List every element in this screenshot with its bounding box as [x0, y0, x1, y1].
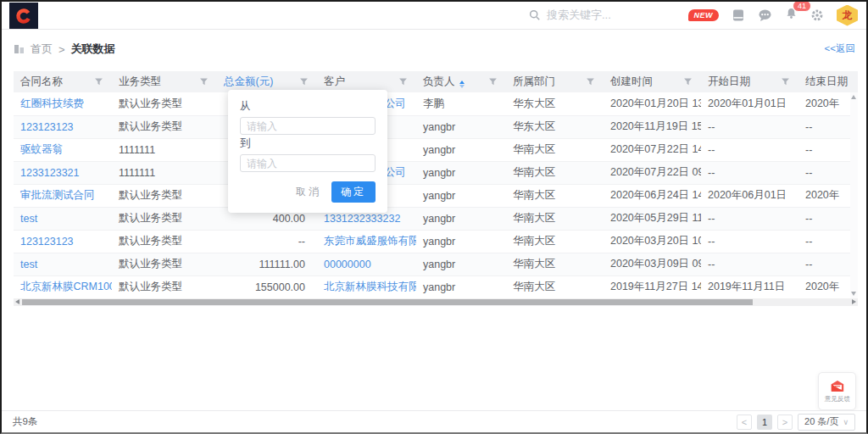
contract-name-link[interactable]: test: [14, 207, 112, 230]
next-page-button[interactable]: >: [777, 415, 793, 430]
business-type-cell: 默认业务类型: [112, 115, 217, 138]
column-header-7[interactable]: 创建时间: [604, 71, 701, 92]
department-cell: 华南大区: [506, 275, 604, 298]
contract-name-link[interactable]: 驱蚊器翁: [14, 138, 112, 161]
column-header-9[interactable]: 结束日期: [798, 71, 858, 92]
column-header-1[interactable]: 合同名称: [14, 71, 112, 92]
start-date-cell: --: [701, 253, 798, 275]
filter-icon[interactable]: [94, 77, 103, 89]
current-page[interactable]: 1: [757, 415, 772, 430]
column-header-6[interactable]: 所属部门: [506, 71, 604, 92]
filter-icon[interactable]: [683, 77, 693, 89]
column-header-8[interactable]: 开始日期: [701, 71, 798, 92]
breadcrumb-current: 关联数据: [71, 42, 115, 57]
owner-cell: yangbr: [416, 138, 506, 161]
app-window: 搜索关键字... NEW 41: [0, 0, 868, 434]
filter-icon[interactable]: [586, 77, 595, 89]
chat-icon[interactable]: [758, 8, 772, 22]
owner-cell: yangbr: [416, 184, 506, 207]
contract-name-link[interactable]: 1233123321: [14, 161, 112, 184]
scroll-up-icon[interactable]: [851, 95, 856, 99]
contract-name-link[interactable]: 红圈科技续费: [14, 92, 112, 115]
start-date-cell: --: [701, 161, 798, 184]
confirm-button[interactable]: 确定: [331, 181, 376, 203]
amount-cell: 111111.00: [217, 253, 317, 275]
from-label: 从: [240, 99, 376, 114]
contract-name-link[interactable]: 123123123: [14, 115, 112, 138]
customer-link[interactable]: 北京新林膜科技有限公司: [317, 275, 416, 298]
app-logo[interactable]: [9, 3, 38, 29]
start-date-cell: --: [701, 115, 798, 138]
feedback-button[interactable]: 意见反馈: [818, 372, 856, 410]
contract-name-link[interactable]: test: [14, 253, 112, 275]
column-header-2[interactable]: 业务类型: [112, 71, 217, 92]
new-badge[interactable]: NEW: [688, 9, 720, 21]
filter-icon[interactable]: [199, 77, 209, 89]
scroll-down-icon[interactable]: [851, 292, 856, 296]
filter-icon[interactable]: [299, 77, 309, 89]
end-date-cell: 2020年: [798, 92, 858, 115]
footer-bar: 共9条 < 1 > 20 条/页 ∨: [2, 410, 866, 432]
filter-icon[interactable]: [781, 77, 790, 89]
scrollbar-thumb[interactable]: [22, 299, 753, 305]
filter-icon[interactable]: [488, 77, 498, 89]
owner-cell: yangbr: [416, 161, 506, 184]
end-date-cell: --: [798, 253, 858, 275]
scroll-right-icon[interactable]: [852, 299, 856, 304]
to-label: 到: [240, 136, 376, 151]
table-row: 123123123默认业务类型--东莞市威盛服饰有限公司yangbr华南大区20…: [14, 230, 858, 253]
cancel-button[interactable]: 取消: [296, 185, 321, 199]
contracts-table: 合同名称业务类型总金额(元)客户负责人所属部门创建时间开始日期结束日期 红圈科技…: [14, 71, 858, 306]
business-type-cell: 1111111: [112, 161, 217, 184]
business-type-cell: 默认业务类型: [112, 275, 217, 298]
customer-link[interactable]: 00000000: [317, 253, 416, 275]
start-date-cell: 2020年06月01日: [701, 184, 798, 207]
sort-icon[interactable]: [459, 81, 465, 88]
business-type-cell: 默认业务类型: [112, 92, 217, 115]
user-avatar[interactable]: 龙: [837, 5, 858, 26]
business-type-cell: 默认业务类型: [112, 184, 217, 207]
customer-link[interactable]: 东莞市威盛服饰有限公司: [317, 230, 416, 253]
scroll-left-icon[interactable]: [15, 299, 19, 304]
amount-to-input[interactable]: [240, 154, 376, 172]
prev-page-button[interactable]: <: [737, 415, 752, 430]
end-date-cell: --: [798, 161, 858, 184]
start-date-cell: 2020年01月01日: [701, 92, 798, 115]
amount-from-input[interactable]: [240, 117, 376, 135]
horizontal-scrollbar[interactable]: [14, 298, 858, 306]
breadcrumb-home[interactable]: 首页: [31, 42, 53, 57]
amount-cell: 155000.00: [217, 275, 317, 298]
owner-cell: yangbr: [416, 230, 506, 253]
notebook-icon[interactable]: [732, 8, 745, 22]
back-link[interactable]: <<返回: [825, 42, 855, 55]
business-type-cell: 默认业务类型: [112, 230, 217, 253]
owner-cell: yangbr: [416, 207, 506, 230]
vertical-scrollbar[interactable]: [850, 92, 858, 298]
contract-name-link[interactable]: 审批流测试合同: [14, 184, 112, 207]
amount-cell: --: [217, 230, 317, 253]
table-body: 红圈科技续费默认业务类型公司李鹏华东大区2020年01月20日 13:23202…: [14, 92, 858, 298]
search-placeholder: 搜索关键字...: [547, 8, 611, 23]
table-row: test默认业务类型400.001331232333232yangbr华南大区2…: [14, 207, 858, 230]
gear-icon[interactable]: [810, 8, 824, 22]
chevron-down-icon: ∨: [843, 418, 849, 426]
start-date-cell: --: [701, 138, 798, 161]
contract-name-link[interactable]: 北京新林膜CRM100用户...: [14, 275, 112, 298]
end-date-cell: 2020年: [798, 275, 858, 298]
page-size-select[interactable]: 20 条/页 ∨: [798, 414, 855, 431]
created-cell: 2020年05月29日 11:40: [604, 207, 701, 230]
global-search[interactable]: 搜索关键字...: [529, 2, 611, 29]
filter-icon[interactable]: [398, 77, 408, 89]
created-cell: 2020年01月20日 13:23: [604, 92, 701, 115]
table-row: 审批流测试合同默认业务类型150000.00白度yangbr华南大区2020年0…: [14, 184, 858, 207]
end-date-cell: 2020年: [798, 184, 858, 207]
column-label: 所属部门: [513, 75, 555, 87]
column-header-5[interactable]: 负责人: [416, 71, 506, 92]
notifications[interactable]: 41: [785, 7, 798, 24]
owner-cell: yangbr: [416, 253, 506, 275]
contract-name-link[interactable]: 123123123: [14, 230, 112, 253]
table-header-row: 合同名称业务类型总金额(元)客户负责人所属部门创建时间开始日期结束日期: [14, 71, 858, 92]
owner-cell: yangbr: [416, 275, 506, 298]
department-cell: 华南大区: [506, 161, 604, 184]
end-date-cell: --: [798, 207, 858, 230]
